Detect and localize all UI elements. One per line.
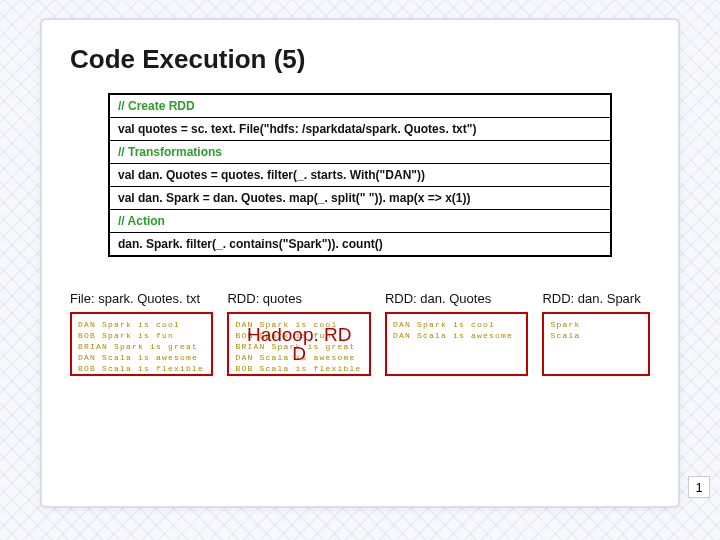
rdd-label: RDD: dan. Spark bbox=[542, 291, 650, 306]
code-line: dan. Spark. filter(_. contains("Spark"))… bbox=[110, 233, 610, 255]
rdd-box: DAN Spark is cool BOB Spark is fun BRIAN… bbox=[70, 312, 213, 376]
rdd-lines: DAN Spark is cool BOB Spark is fun BRIAN… bbox=[235, 320, 361, 373]
rdd-col-file: File: spark. Quotes. txt DAN Spark is co… bbox=[70, 291, 213, 376]
rdd-box: DAN Spark is cool BOB Spark is fun BRIAN… bbox=[227, 312, 370, 376]
code-line: val quotes = sc. text. File("hdfs: /spar… bbox=[110, 118, 610, 141]
code-comment: // Create RDD bbox=[110, 95, 610, 118]
slide-title: Code Execution (5) bbox=[70, 44, 650, 75]
code-line: val dan. Quotes = quotes. filter(_. star… bbox=[110, 164, 610, 187]
rdd-col-danspark: RDD: dan. Spark Spark Scala bbox=[542, 291, 650, 376]
rdd-row: File: spark. Quotes. txt DAN Spark is co… bbox=[70, 291, 650, 376]
code-line: val dan. Spark = dan. Quotes. map(_. spl… bbox=[110, 187, 610, 210]
slide-panel: Code Execution (5) // Create RDD val quo… bbox=[40, 18, 680, 508]
rdd-label: RDD: quotes bbox=[227, 291, 370, 306]
code-comment: // Action bbox=[110, 210, 610, 233]
code-comment: // Transformations bbox=[110, 141, 610, 164]
rdd-box: Spark Scala bbox=[542, 312, 650, 376]
code-block: // Create RDD val quotes = sc. text. Fil… bbox=[108, 93, 612, 257]
page-number: 1 bbox=[688, 476, 710, 498]
rdd-label: RDD: dan. Quotes bbox=[385, 291, 528, 306]
rdd-col-danquotes: RDD: dan. Quotes DAN Spark is cool DAN S… bbox=[385, 291, 528, 376]
rdd-col-quotes: RDD: quotes DAN Spark is cool BOB Spark … bbox=[227, 291, 370, 376]
rdd-box: DAN Spark is cool DAN Scala is awesome bbox=[385, 312, 528, 376]
rdd-label: File: spark. Quotes. txt bbox=[70, 291, 213, 306]
